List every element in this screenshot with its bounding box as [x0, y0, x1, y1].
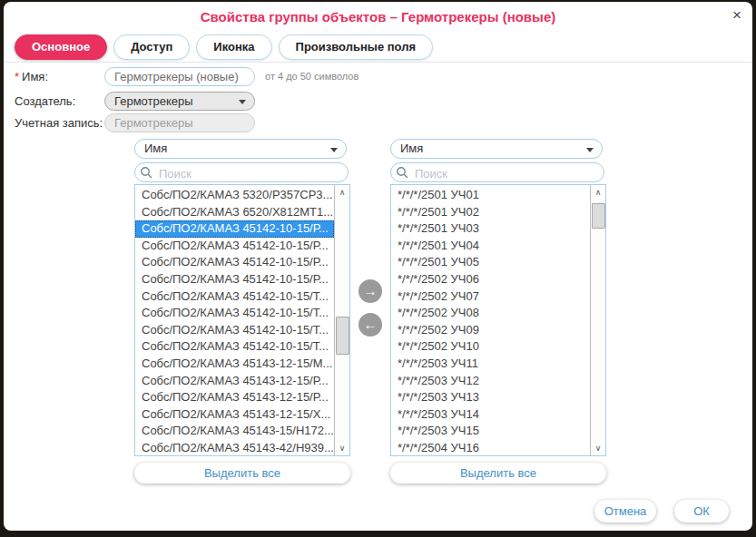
list-item[interactable]: Собс/ПО2/КАМАЗ 45143-12-15/Р...	[135, 389, 334, 406]
creator-select[interactable]: Гермотрекеры	[104, 92, 255, 111]
creator-select-value: Гермотрекеры	[114, 94, 193, 108]
arrow-right-icon: →	[364, 283, 378, 298]
scroll-up-icon[interactable]: ∧	[591, 185, 605, 200]
arrow-left-icon: ←	[364, 317, 378, 332]
chevron-down-icon	[239, 100, 246, 104]
left-filter-value: Имя	[144, 142, 167, 155]
list-item[interactable]: Собс/ПО2/КАМАЗ 6520/Х812МТ1...	[135, 204, 334, 221]
list-item[interactable]: */*/*/2503 УЧ11	[391, 356, 590, 373]
dialog-title: Свойства группы объектов – Гермотрекеры …	[4, 9, 752, 24]
search-icon	[140, 166, 153, 180]
ok-button[interactable]: ОК	[674, 500, 729, 522]
name-label: *Имя:	[15, 67, 48, 86]
list-item[interactable]: Собс/ПО2/КАМАЗ 45142-10-15/Р...	[135, 238, 334, 255]
left-filter-select[interactable]: Имя	[134, 139, 347, 159]
list-item[interactable]: */*/*/2503 УЧ12	[391, 373, 590, 390]
close-icon[interactable]: ×	[732, 7, 741, 24]
list-item[interactable]: Собс/ПО2/КАМАЗ 45142-10-15/Р...	[135, 271, 334, 288]
list-item[interactable]: */*/*/2501 УЧ02	[391, 204, 590, 221]
list-item[interactable]: Собс/ПО2/КАМАЗ 45143-42/Н939...	[135, 440, 334, 456]
list-item[interactable]: */*/*/2502 УЧ08	[391, 305, 590, 322]
move-left-button[interactable]: ←	[358, 313, 382, 337]
scroll-down-icon[interactable]: ∨	[335, 441, 349, 455]
right-filter-value: Имя	[400, 142, 423, 155]
list-item[interactable]: Собс/ПО2/КАМАЗ 45142-10-15/Т...	[135, 322, 334, 339]
left-list: Собс/ПО2/КАМАЗ 5320/Р357СР3...Собс/ПО2/К…	[134, 184, 350, 456]
group-properties-dialog: Свойства группы объектов – Гермотрекеры …	[4, 2, 752, 531]
right-search-box	[390, 162, 604, 182]
list-item[interactable]: Собс/ПО2/КАМАЗ 45142-10-15/Р...	[135, 220, 334, 238]
scroll-down-icon[interactable]: ∨	[591, 441, 605, 455]
list-item[interactable]: */*/*/2501 УЧ04	[391, 238, 590, 255]
list-item[interactable]: */*/*/2501 УЧ01	[391, 187, 590, 204]
list-item[interactable]: Собс/ПО2/КАМАЗ 45143-12-15/Р...	[135, 373, 334, 390]
right-scrollbar[interactable]: ∧ ∨	[590, 185, 605, 455]
left-scrollbar-thumb[interactable]	[336, 317, 349, 355]
right-filter-select[interactable]: Имя	[390, 139, 603, 159]
list-item[interactable]: Собс/ПО2/КАМАЗ 45142-10-15/Т...	[135, 338, 334, 356]
list-item[interactable]: Собс/ПО2/КАМАЗ 45142-10-15/Р...	[135, 254, 334, 271]
chevron-down-icon	[586, 148, 594, 152]
tab-icon[interactable]: Иконка	[196, 34, 271, 60]
name-length-hint: от 4 до 50 символов	[265, 67, 358, 86]
list-item[interactable]: */*/*/2502 УЧ10	[391, 338, 590, 356]
list-item[interactable]: Собс/ПО2/КАМАЗ 45143-12-15/Х...	[135, 406, 334, 424]
creator-label: Создатель:	[15, 92, 75, 111]
scroll-up-icon[interactable]: ∧	[335, 185, 349, 200]
list-item[interactable]: */*/*/2502 УЧ07	[391, 288, 590, 306]
list-item[interactable]: Собс/ПО2/КАМАЗ 45142-10-15/Т...	[135, 288, 334, 306]
left-search-input[interactable]	[157, 164, 342, 182]
required-asterisk: *	[15, 70, 19, 83]
left-scrollbar[interactable]: ∧ ∨	[334, 185, 349, 455]
list-item[interactable]: */*/*/2502 УЧ06	[391, 271, 590, 288]
list-item[interactable]: */*/*/2502 УЧ09	[391, 322, 590, 339]
list-item[interactable]: */*/*/2503 УЧ15	[391, 423, 590, 440]
account-label: Учетная запись:	[15, 113, 103, 132]
right-select-all-button[interactable]: Выделить все	[390, 463, 606, 483]
cancel-button[interactable]: Отмена	[594, 500, 656, 522]
left-select-all-button[interactable]: Выделить все	[134, 463, 350, 483]
list-item[interactable]: Собс/ПО2/КАМАЗ 5320/Р357СР3...	[135, 187, 334, 204]
left-list-rows: Собс/ПО2/КАМАЗ 5320/Р357СР3...Собс/ПО2/К…	[135, 187, 334, 456]
list-item[interactable]: Собс/ПО2/КАМАЗ 45143-12-15/М...	[135, 356, 334, 373]
search-icon	[396, 166, 409, 180]
chevron-down-icon	[330, 148, 338, 152]
left-search-box	[134, 162, 349, 182]
list-item[interactable]: */*/*/2501 УЧ03	[391, 220, 590, 238]
list-item[interactable]: */*/*/2501 УЧ05	[391, 254, 590, 271]
list-item[interactable]: */*/*/2504 УЧ16	[391, 440, 590, 456]
right-search-input[interactable]	[413, 164, 598, 182]
list-item[interactable]: */*/*/2503 УЧ13	[391, 389, 590, 406]
move-right-button[interactable]: →	[358, 279, 382, 303]
tab-custom-fields[interactable]: Произвольные поля	[279, 34, 433, 60]
account-input	[104, 113, 255, 132]
tab-bar: Основное Доступ Иконка Произвольные поля	[15, 34, 433, 60]
tab-general[interactable]: Основное	[15, 34, 107, 60]
tab-access[interactable]: Доступ	[113, 34, 190, 60]
right-list: */*/*/2501 УЧ01*/*/*/2501 УЧ02*/*/*/2501…	[390, 184, 606, 456]
list-item[interactable]: Собс/ПО2/КАМАЗ 45143-15/Н172...	[135, 423, 334, 440]
list-item[interactable]: Собс/ПО2/КАМАЗ 45142-10-15/Т...	[135, 305, 334, 322]
name-input[interactable]	[104, 67, 255, 86]
list-item[interactable]: */*/*/2503 УЧ14	[391, 406, 590, 424]
right-scrollbar-thumb[interactable]	[592, 203, 605, 229]
tab-divider	[4, 62, 752, 63]
right-list-rows: */*/*/2501 УЧ01*/*/*/2501 УЧ02*/*/*/2501…	[391, 187, 590, 456]
